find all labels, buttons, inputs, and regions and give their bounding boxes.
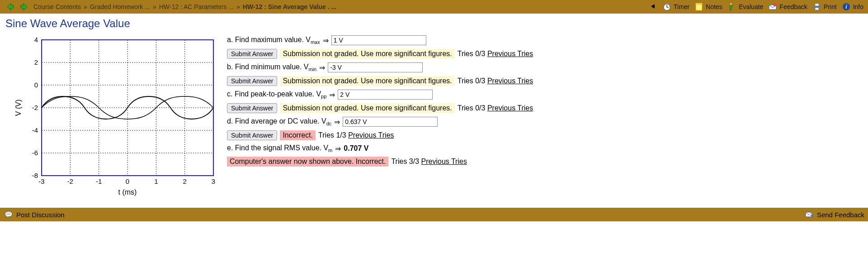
tries-c: Tries 0/3 Previous Tries bbox=[458, 104, 533, 112]
print-button[interactable]: Print bbox=[812, 2, 837, 12]
svg-rect-10 bbox=[815, 4, 819, 6]
xtick-4: 1 bbox=[154, 177, 158, 185]
evaluate-icon bbox=[727, 2, 737, 12]
answer-shown-e: 0.707 V bbox=[344, 144, 368, 153]
feedback-row-a: Submit Answer Submission not graded. Use… bbox=[227, 49, 863, 59]
feedback-row-c: Submit Answer Submission not graded. Use… bbox=[227, 103, 863, 113]
prompt-d: d. Find average or DC value. Vdc bbox=[227, 117, 331, 126]
submit-button-a[interactable]: Submit Answer bbox=[227, 49, 277, 59]
post-discussion-button[interactable]: Post Discussion bbox=[4, 210, 65, 220]
x-axis-label: t (ms) bbox=[118, 188, 137, 196]
previous-tries-d[interactable]: Previous Tries bbox=[348, 131, 394, 139]
post-discussion-label: Post Discussion bbox=[16, 211, 65, 219]
arrow-icon: ⇒ bbox=[335, 144, 341, 153]
prompt-e: e. Find the signal RMS value. Vm bbox=[227, 144, 332, 153]
previous-tries-b[interactable]: Previous Tries bbox=[487, 77, 533, 85]
submit-button-c[interactable]: Submit Answer bbox=[227, 103, 277, 113]
arrow-icon: ⇒ bbox=[323, 36, 329, 45]
page-title: Sine Wave Average Value bbox=[0, 14, 868, 35]
y-axis-label: V (V) bbox=[14, 100, 22, 116]
breadcrumb-current: HW-12 : Sine Average Value . ... bbox=[243, 3, 336, 10]
svg-rect-11 bbox=[815, 8, 819, 10]
prompt-b: b. Find minimum value. Vmin bbox=[227, 63, 316, 72]
submit-button-b[interactable]: Submit Answer bbox=[227, 76, 277, 86]
print-icon bbox=[812, 2, 822, 12]
tries-b: Tries 0/3 Previous Tries bbox=[458, 77, 533, 85]
breadcrumb-item-2[interactable]: HW-12 : AC Parameters ... bbox=[159, 3, 234, 10]
nav-forward-button[interactable] bbox=[18, 0, 31, 13]
breadcrumb: Course Contents » Graded Homework ... » … bbox=[33, 3, 336, 10]
feedback-row-d: Submit Answer Incorrect. Tries 1/3 Previ… bbox=[227, 130, 863, 140]
questions-panel: a. Find maximum value. Vmax ⇒ Submit Ans… bbox=[227, 35, 863, 170]
previous-tries-a[interactable]: Previous Tries bbox=[487, 50, 533, 57]
status-e: Computer's answer now shown above. Incor… bbox=[227, 157, 388, 167]
question-e: e. Find the signal RMS value. Vm ⇒ 0.707… bbox=[227, 144, 863, 153]
tries-e: Tries 3/3 Previous Tries bbox=[391, 158, 467, 166]
ytick-2: 0 bbox=[34, 81, 38, 89]
submit-button-d[interactable]: Submit Answer bbox=[227, 130, 277, 140]
answer-input-c[interactable] bbox=[338, 90, 433, 100]
answer-input-a[interactable] bbox=[331, 35, 426, 45]
breadcrumb-sep: » bbox=[84, 3, 87, 10]
svg-rect-5 bbox=[696, 3, 702, 5]
xtick-1: -2 bbox=[67, 177, 73, 185]
question-b: b. Find minimum value. Vmin ⇒ bbox=[227, 62, 863, 72]
breadcrumb-sep: » bbox=[236, 3, 240, 10]
evaluate-label: Evaluate bbox=[739, 3, 763, 10]
send-feedback-label: Send Feedback bbox=[817, 211, 864, 219]
ytick-1: 2 bbox=[34, 58, 38, 66]
svg-point-8 bbox=[773, 3, 777, 6]
breadcrumb-item-0[interactable]: Course Contents bbox=[33, 3, 81, 10]
status-a: Submission not graded. Use more signific… bbox=[280, 49, 454, 59]
toolbar-play-icon[interactable] bbox=[650, 3, 656, 11]
answer-input-b[interactable] bbox=[328, 62, 423, 72]
previous-tries-c[interactable]: Previous Tries bbox=[487, 104, 533, 112]
graph-container: 4 2 0 -2 -4 -6 -8 -3 -2 -1 0 1 2 3 bbox=[5, 35, 218, 200]
arrow-icon: ⇒ bbox=[319, 63, 325, 72]
evaluate-button[interactable]: Evaluate bbox=[727, 2, 763, 12]
discussion-icon bbox=[4, 210, 14, 220]
xtick-2: -1 bbox=[96, 177, 102, 185]
ytick-4: -4 bbox=[32, 126, 38, 134]
send-feedback-button[interactable]: Send Feedback bbox=[804, 210, 864, 220]
ytick-3: -2 bbox=[32, 104, 38, 111]
top-toolbar: Course Contents » Graded Homework ... » … bbox=[0, 0, 868, 14]
info-icon: i bbox=[841, 2, 851, 12]
status-d: Incorrect. bbox=[280, 130, 316, 140]
info-label: Info bbox=[853, 3, 863, 10]
previous-tries-e[interactable]: Previous Tries bbox=[421, 158, 467, 165]
print-label: Print bbox=[824, 3, 837, 10]
notes-icon bbox=[694, 2, 704, 12]
svg-point-6 bbox=[730, 3, 732, 5]
question-a: a. Find maximum value. Vmax ⇒ bbox=[227, 35, 863, 45]
sine-graph: 4 2 0 -2 -4 -6 -8 -3 -2 -1 0 1 2 3 bbox=[5, 35, 218, 198]
question-d: d. Find average or DC value. Vdc ⇒ bbox=[227, 117, 863, 127]
ytick-6: -8 bbox=[32, 172, 38, 179]
xtick-5: 2 bbox=[183, 177, 187, 185]
status-c: Submission not graded. Use more signific… bbox=[280, 103, 454, 113]
bottom-toolbar: Post Discussion Send Feedback bbox=[0, 208, 868, 221]
feedback-label: Feedback bbox=[779, 3, 807, 10]
tries-d: Tries 1/3 Previous Tries bbox=[318, 131, 394, 139]
answer-input-d[interactable] bbox=[343, 117, 438, 127]
notes-button[interactable]: Notes bbox=[694, 2, 722, 12]
tries-a: Tries 0/3 Previous Tries bbox=[458, 50, 533, 58]
xtick-3: 0 bbox=[126, 177, 129, 185]
content-area: 4 2 0 -2 -4 -6 -8 -3 -2 -1 0 1 2 3 bbox=[0, 35, 868, 208]
info-button[interactable]: i Info bbox=[841, 2, 863, 12]
feedback-row-e: Computer's answer now shown above. Incor… bbox=[227, 157, 863, 167]
timer-label: Timer bbox=[674, 3, 689, 10]
ytick-0: 4 bbox=[34, 36, 38, 43]
xtick-0: -3 bbox=[38, 177, 44, 185]
arrow-icon: ⇒ bbox=[329, 91, 335, 99]
svg-rect-1 bbox=[666, 3, 668, 4]
nav-back-button[interactable] bbox=[4, 0, 16, 13]
breadcrumb-item-1[interactable]: Graded Homework ... bbox=[90, 3, 150, 10]
arrow-icon: ⇒ bbox=[334, 118, 340, 126]
timer-button[interactable]: Timer bbox=[662, 2, 689, 12]
ytick-5: -6 bbox=[32, 149, 38, 157]
feedback-button[interactable]: Feedback bbox=[768, 2, 807, 12]
status-b: Submission not graded. Use more signific… bbox=[280, 76, 454, 86]
feedback-row-b: Submit Answer Submission not graded. Use… bbox=[227, 76, 863, 86]
send-feedback-icon bbox=[804, 210, 814, 220]
